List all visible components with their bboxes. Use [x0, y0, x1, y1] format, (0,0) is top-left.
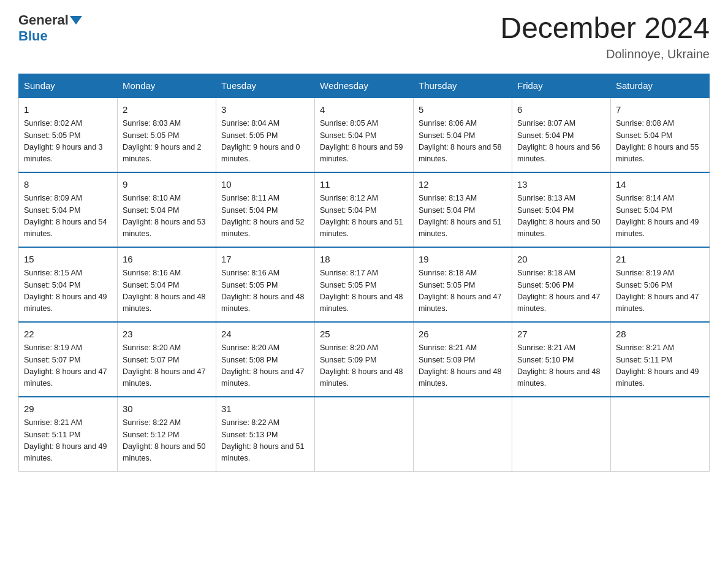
day-info: Sunrise: 8:22 AMSunset: 5:12 PMDaylight:…: [123, 417, 211, 465]
day-info: Sunrise: 8:03 AMSunset: 5:05 PMDaylight:…: [123, 118, 211, 166]
calendar-day-cell: 23Sunrise: 8:20 AMSunset: 5:07 PMDayligh…: [118, 322, 216, 397]
day-info: Sunrise: 8:21 AMSunset: 5:11 PMDaylight:…: [616, 342, 704, 390]
day-info: Sunrise: 8:13 AMSunset: 5:04 PMDaylight:…: [517, 193, 605, 240]
day-number: 21: [616, 253, 704, 267]
title-section: December 2024 Dolinnoye, Ukraine: [500, 12, 710, 61]
calendar-day-header: Sunday: [19, 74, 118, 98]
day-info: Sunrise: 8:07 AMSunset: 5:04 PMDaylight:…: [517, 118, 605, 166]
day-number: 26: [419, 327, 507, 342]
day-number: 20: [517, 253, 605, 267]
calendar-day-header: Friday: [512, 74, 611, 98]
day-number: 11: [320, 178, 408, 192]
logo: General Blue: [18, 12, 83, 44]
calendar-day-cell: 4Sunrise: 8:05 AMSunset: 5:04 PMDaylight…: [315, 98, 414, 172]
day-number: 25: [320, 327, 408, 342]
calendar-day-cell: 29Sunrise: 8:21 AMSunset: 5:11 PMDayligh…: [19, 397, 118, 472]
day-info: Sunrise: 8:18 AMSunset: 5:05 PMDaylight:…: [419, 267, 507, 315]
calendar-day-cell: 5Sunrise: 8:06 AMSunset: 5:04 PMDaylight…: [414, 98, 512, 172]
calendar-table: SundayMondayTuesdayWednesdayThursdayFrid…: [18, 74, 710, 472]
page-header: General Blue December 2024 Dolinnoye, Uk…: [18, 12, 710, 61]
logo-blue-text: Blue: [18, 28, 48, 44]
calendar-day-cell: 15Sunrise: 8:15 AMSunset: 5:04 PMDayligh…: [19, 247, 118, 322]
day-info: Sunrise: 8:11 AMSunset: 5:04 PMDaylight:…: [221, 193, 309, 240]
calendar-day-cell: 13Sunrise: 8:13 AMSunset: 5:04 PMDayligh…: [512, 172, 611, 247]
day-info: Sunrise: 8:19 AMSunset: 5:07 PMDaylight:…: [24, 342, 112, 390]
calendar-day-header: Tuesday: [216, 74, 315, 98]
day-info: Sunrise: 8:04 AMSunset: 5:05 PMDaylight:…: [221, 118, 309, 166]
calendar-week-row: 22Sunrise: 8:19 AMSunset: 5:07 PMDayligh…: [19, 322, 710, 397]
calendar-day-header: Wednesday: [315, 74, 414, 98]
calendar-day-cell: 7Sunrise: 8:08 AMSunset: 5:04 PMDaylight…: [611, 98, 710, 172]
day-info: Sunrise: 8:02 AMSunset: 5:05 PMDaylight:…: [24, 118, 112, 166]
calendar-week-row: 29Sunrise: 8:21 AMSunset: 5:11 PMDayligh…: [19, 397, 710, 472]
calendar-day-cell: 14Sunrise: 8:14 AMSunset: 5:04 PMDayligh…: [611, 172, 710, 247]
day-number: 8: [24, 178, 112, 192]
day-info: Sunrise: 8:20 AMSunset: 5:07 PMDaylight:…: [123, 342, 211, 390]
day-info: Sunrise: 8:16 AMSunset: 5:05 PMDaylight:…: [221, 267, 309, 315]
day-number: 7: [616, 103, 704, 117]
calendar-day-cell: 12Sunrise: 8:13 AMSunset: 5:04 PMDayligh…: [414, 172, 512, 247]
calendar-week-row: 1Sunrise: 8:02 AMSunset: 5:05 PMDaylight…: [19, 98, 710, 172]
day-info: Sunrise: 8:17 AMSunset: 5:05 PMDaylight:…: [320, 267, 408, 315]
calendar-day-header: Saturday: [611, 74, 710, 98]
day-info: Sunrise: 8:14 AMSunset: 5:04 PMDaylight:…: [616, 193, 704, 240]
calendar-day-cell: 28Sunrise: 8:21 AMSunset: 5:11 PMDayligh…: [611, 322, 710, 397]
day-info: Sunrise: 8:22 AMSunset: 5:13 PMDaylight:…: [221, 417, 309, 465]
day-info: Sunrise: 8:18 AMSunset: 5:06 PMDaylight:…: [517, 267, 605, 315]
day-info: Sunrise: 8:19 AMSunset: 5:06 PMDaylight:…: [616, 267, 704, 315]
day-info: Sunrise: 8:15 AMSunset: 5:04 PMDaylight:…: [24, 267, 112, 315]
day-number: 24: [221, 327, 309, 342]
calendar-day-cell: 10Sunrise: 8:11 AMSunset: 5:04 PMDayligh…: [216, 172, 315, 247]
calendar-day-header: Monday: [118, 74, 216, 98]
logo-arrow-icon: [70, 16, 82, 25]
day-number: 16: [123, 253, 211, 267]
calendar-day-cell: 27Sunrise: 8:21 AMSunset: 5:10 PMDayligh…: [512, 322, 611, 397]
calendar-empty-cell: [512, 397, 611, 472]
calendar-empty-cell: [414, 397, 512, 472]
day-info: Sunrise: 8:16 AMSunset: 5:04 PMDaylight:…: [123, 267, 211, 315]
calendar-day-cell: 21Sunrise: 8:19 AMSunset: 5:06 PMDayligh…: [611, 247, 710, 322]
calendar-day-cell: 1Sunrise: 8:02 AMSunset: 5:05 PMDaylight…: [19, 98, 118, 172]
day-number: 17: [221, 253, 309, 267]
day-number: 18: [320, 253, 408, 267]
day-number: 31: [221, 402, 309, 416]
day-number: 13: [517, 178, 605, 192]
day-number: 29: [24, 402, 112, 416]
month-title: December 2024: [500, 12, 710, 45]
day-number: 23: [123, 327, 211, 342]
calendar-day-cell: 8Sunrise: 8:09 AMSunset: 5:04 PMDaylight…: [19, 172, 118, 247]
calendar-day-cell: 6Sunrise: 8:07 AMSunset: 5:04 PMDaylight…: [512, 98, 611, 172]
day-number: 3: [221, 103, 309, 117]
day-number: 1: [24, 103, 112, 117]
calendar-header-row: SundayMondayTuesdayWednesdayThursdayFrid…: [19, 74, 710, 98]
calendar-day-cell: 26Sunrise: 8:21 AMSunset: 5:09 PMDayligh…: [414, 322, 512, 397]
calendar-day-cell: 22Sunrise: 8:19 AMSunset: 5:07 PMDayligh…: [19, 322, 118, 397]
day-number: 2: [123, 103, 211, 117]
day-number: 28: [616, 327, 704, 342]
day-number: 5: [419, 103, 507, 117]
calendar-day-cell: 24Sunrise: 8:20 AMSunset: 5:08 PMDayligh…: [216, 322, 315, 397]
day-number: 6: [517, 103, 605, 117]
day-info: Sunrise: 8:05 AMSunset: 5:04 PMDaylight:…: [320, 118, 408, 166]
day-info: Sunrise: 8:21 AMSunset: 5:09 PMDaylight:…: [419, 342, 507, 390]
location-text: Dolinnoye, Ukraine: [500, 47, 710, 61]
calendar-day-cell: 30Sunrise: 8:22 AMSunset: 5:12 PMDayligh…: [118, 397, 216, 472]
calendar-day-cell: 18Sunrise: 8:17 AMSunset: 5:05 PMDayligh…: [315, 247, 414, 322]
calendar-empty-cell: [315, 397, 414, 472]
day-number: 4: [320, 103, 408, 117]
day-number: 22: [24, 327, 112, 342]
day-number: 12: [419, 178, 507, 192]
calendar-day-cell: 17Sunrise: 8:16 AMSunset: 5:05 PMDayligh…: [216, 247, 315, 322]
day-info: Sunrise: 8:06 AMSunset: 5:04 PMDaylight:…: [419, 118, 507, 166]
calendar-day-cell: 25Sunrise: 8:20 AMSunset: 5:09 PMDayligh…: [315, 322, 414, 397]
calendar-week-row: 15Sunrise: 8:15 AMSunset: 5:04 PMDayligh…: [19, 247, 710, 322]
day-info: Sunrise: 8:08 AMSunset: 5:04 PMDaylight:…: [616, 118, 704, 166]
day-number: 10: [221, 178, 309, 192]
logo-general-text: General: [18, 12, 69, 28]
calendar-day-cell: 31Sunrise: 8:22 AMSunset: 5:13 PMDayligh…: [216, 397, 315, 472]
calendar-day-cell: 11Sunrise: 8:12 AMSunset: 5:04 PMDayligh…: [315, 172, 414, 247]
day-number: 19: [419, 253, 507, 267]
day-info: Sunrise: 8:10 AMSunset: 5:04 PMDaylight:…: [123, 193, 211, 240]
calendar-day-cell: 16Sunrise: 8:16 AMSunset: 5:04 PMDayligh…: [118, 247, 216, 322]
day-number: 15: [24, 253, 112, 267]
